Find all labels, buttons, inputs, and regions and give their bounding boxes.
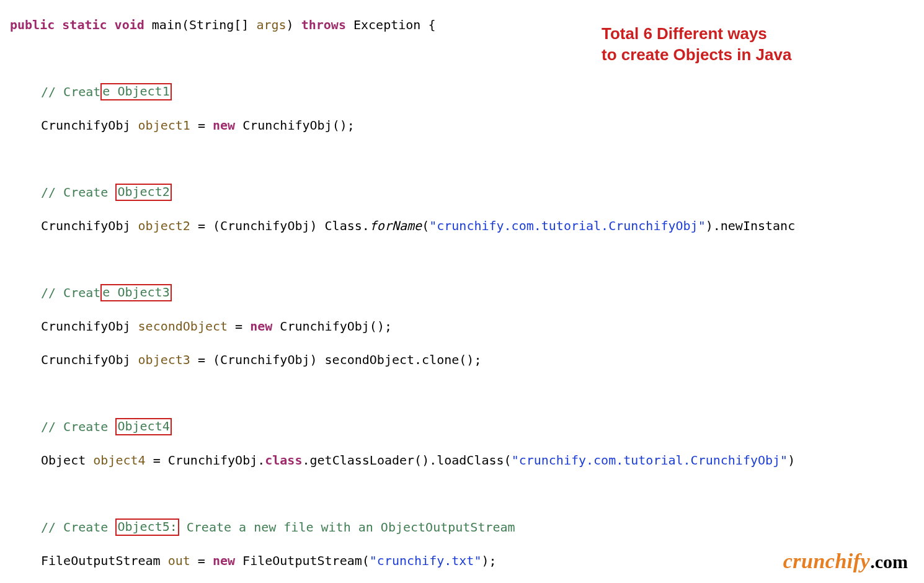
highlight-object4: Object4 [115, 418, 171, 435]
comment-object5: // Create Object5: Create a new file wit… [0, 519, 924, 536]
blank-line [0, 486, 924, 502]
title-line-2: to create Objects in Java [602, 45, 791, 66]
highlight-object3: e Object3 [100, 284, 171, 301]
blank-line [0, 151, 924, 167]
blank-line [0, 251, 924, 268]
code-line-obj2: CrunchifyObj object2 = (CrunchifyObj) Cl… [0, 218, 924, 234]
highlight-object1: e Object1 [100, 83, 171, 100]
code-block: public static void main(String[] args) t… [0, 0, 924, 583]
watermark-brand: crunchify [783, 550, 871, 572]
code-line-obj4: Object object4 = CrunchifyObj.class.getC… [0, 452, 924, 469]
comment-object2: // Create Object2 [0, 184, 924, 201]
watermark-suffix: .com [870, 551, 908, 572]
highlight-object5: Object5: [115, 518, 179, 536]
comment-object3: // Create Object3 [0, 285, 924, 301]
watermark: crunchify.com [783, 547, 908, 576]
comment-object4: // Create Object4 [0, 419, 924, 435]
blank-line [0, 385, 924, 402]
code-line-obj1: CrunchifyObj object1 = new CrunchifyObj(… [0, 117, 924, 134]
comment-object1: // Create Object1 [0, 84, 924, 100]
title-line-1: Total 6 Different ways [602, 24, 791, 45]
title-overlay: Total 6 Different ways to create Objects… [602, 24, 791, 66]
code-line-obj3a: CrunchifyObj secondObject = new Crunchif… [0, 318, 924, 335]
highlight-object2: Object2 [115, 184, 171, 201]
code-line-obj3b: CrunchifyObj object3 = (CrunchifyObj) se… [0, 352, 924, 368]
